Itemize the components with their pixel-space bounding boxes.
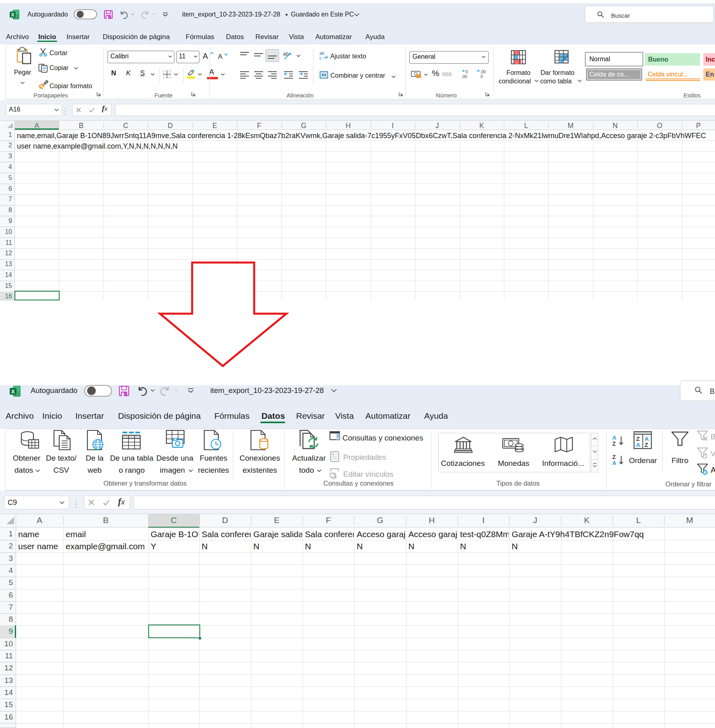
svg-text:A: A bbox=[636, 441, 640, 448]
svg-text:0: 0 bbox=[481, 74, 483, 79]
svg-text:Z: Z bbox=[612, 441, 616, 447]
svg-text:X: X bbox=[11, 12, 14, 18]
svg-text:Z: Z bbox=[645, 441, 648, 448]
svg-text:A: A bbox=[612, 434, 616, 441]
svg-text:A: A bbox=[612, 460, 616, 466]
svg-text:ab: ab bbox=[319, 51, 324, 56]
svg-text:Z: Z bbox=[612, 454, 616, 460]
svg-text:c: c bbox=[319, 56, 322, 60]
svg-text:,00: ,00 bbox=[480, 70, 486, 74]
svg-text:,00: ,00 bbox=[462, 74, 467, 79]
svg-text:0: 0 bbox=[466, 70, 468, 74]
svg-text:X: X bbox=[11, 389, 15, 395]
